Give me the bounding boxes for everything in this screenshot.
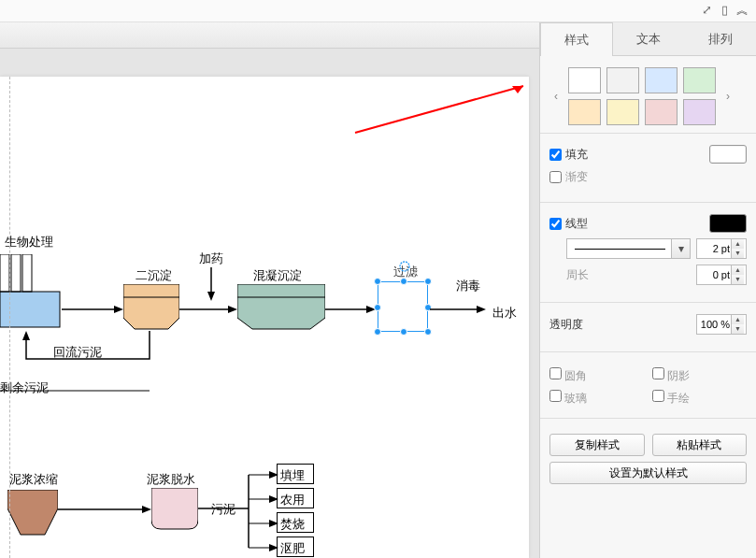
fill-checkbox[interactable] bbox=[549, 149, 562, 161]
arrow-dose bbox=[206, 267, 217, 301]
shape-dewater[interactable] bbox=[151, 488, 198, 531]
opacity-input[interactable]: ▲▼ bbox=[696, 314, 747, 335]
swatch-yellow[interactable] bbox=[606, 99, 639, 125]
canvas-area[interactable]: 生物处理 二沉淀 加药 混凝沉淀 过滤 消毒 出水 回流污泥 剩余污泥 bbox=[0, 22, 540, 558]
perimeter-label: 周长 bbox=[566, 267, 589, 283]
svg-point-16 bbox=[400, 262, 409, 271]
arrow-thicken-to-dewater bbox=[58, 504, 151, 515]
node-label-bio: 生物处理 bbox=[5, 234, 53, 250]
line-width-field[interactable] bbox=[697, 243, 731, 254]
node-label-dewater: 泥浆脱水 bbox=[147, 471, 195, 488]
format-panel: 样式 文本 排列 ‹ › bbox=[540, 22, 756, 558]
annotation-arrow bbox=[346, 77, 533, 142]
drawing-page[interactable]: 生物处理 二沉淀 加药 混凝沉淀 过滤 消毒 出水 回流污泥 剩余污泥 bbox=[0, 77, 529, 558]
svg-marker-1 bbox=[512, 86, 523, 93]
rotate-handle-icon[interactable] bbox=[398, 260, 411, 273]
svg-marker-19 bbox=[22, 331, 30, 340]
swatch-pink[interactable] bbox=[645, 99, 678, 125]
edge-return-sludge bbox=[19, 331, 155, 372]
window-toolbar: ⤢ ▯ ︽ bbox=[0, 0, 756, 22]
style-swatches bbox=[563, 67, 721, 125]
rounded-checkbox[interactable] bbox=[549, 367, 562, 379]
fill-checkbox-label[interactable]: 填充 bbox=[549, 147, 588, 163]
box-farm[interactable] bbox=[277, 488, 314, 508]
svg-rect-5 bbox=[22, 254, 32, 292]
swatch-white[interactable] bbox=[568, 67, 601, 93]
node-label-disinfect: 消毒 bbox=[456, 278, 480, 294]
spin-up-icon[interactable]: ▲ bbox=[732, 239, 744, 249]
copy-style-button[interactable]: 复制样式 bbox=[549, 434, 645, 456]
edge-excess-sludge bbox=[0, 385, 151, 396]
svg-marker-10 bbox=[207, 292, 215, 301]
svg-marker-23 bbox=[142, 506, 151, 513]
arrow-sed-to-coag bbox=[179, 304, 237, 315]
spin-down-icon[interactable]: ▼ bbox=[732, 249, 744, 258]
node-label-sed2: 二沉淀 bbox=[136, 267, 172, 284]
shape-coag[interactable] bbox=[237, 284, 325, 331]
node-label-thicken: 泥浆浓缩 bbox=[9, 471, 58, 488]
shadow-checkbox[interactable] bbox=[652, 367, 664, 379]
node-label-coag: 混凝沉淀 bbox=[253, 267, 302, 284]
svg-marker-18 bbox=[477, 306, 486, 313]
shadow-checkbox-label[interactable]: 阴影 bbox=[652, 367, 748, 384]
rounded-checkbox-label[interactable]: 圆角 bbox=[549, 367, 645, 384]
gradient-checkbox-label[interactable]: 渐变 bbox=[549, 169, 588, 185]
swatch-green[interactable] bbox=[683, 67, 716, 93]
svg-rect-4 bbox=[11, 254, 21, 292]
tab-arrange[interactable]: 排列 bbox=[685, 22, 756, 56]
box-incinerate[interactable] bbox=[277, 512, 314, 533]
arrow-filter-to-out bbox=[430, 304, 486, 315]
swatch-purple[interactable] bbox=[683, 99, 716, 125]
sketch-checkbox[interactable] bbox=[652, 390, 664, 402]
canvas-toolbar bbox=[0, 22, 539, 49]
spin-down-icon[interactable]: ▼ bbox=[732, 324, 744, 334]
swatch-next-button[interactable]: › bbox=[721, 90, 735, 103]
arrow-bio-to-sed bbox=[62, 304, 123, 315]
expand-icon[interactable]: ⤢ bbox=[702, 0, 712, 21]
glass-checkbox[interactable] bbox=[549, 390, 562, 402]
swatch-grey[interactable] bbox=[606, 67, 639, 93]
line-width-input[interactable]: ▲▼ bbox=[696, 238, 747, 259]
node-label-effluent: 出水 bbox=[492, 305, 517, 322]
spin-up-icon[interactable]: ▲ bbox=[732, 265, 744, 275]
sketch-checkbox-label[interactable]: 手绘 bbox=[652, 390, 748, 407]
tab-text[interactable]: 文本 bbox=[613, 22, 684, 56]
set-default-style-button[interactable]: 设置为默认样式 bbox=[549, 462, 747, 484]
perimeter-input[interactable]: ▲▼ bbox=[696, 265, 747, 285]
svg-rect-3 bbox=[0, 254, 9, 292]
line-checkbox-label[interactable]: 线型 bbox=[549, 216, 588, 232]
guide-line bbox=[9, 77, 10, 558]
spin-up-icon[interactable]: ▲ bbox=[732, 315, 744, 324]
paste-style-button[interactable]: 粘贴样式 bbox=[652, 434, 748, 456]
arrow-coag-to-filter bbox=[325, 304, 376, 315]
shape-sed2[interactable] bbox=[123, 284, 179, 331]
node-label-dose: 加药 bbox=[199, 250, 223, 267]
line-checkbox[interactable] bbox=[549, 218, 562, 230]
gradient-checkbox[interactable] bbox=[549, 171, 562, 183]
box-landfill[interactable] bbox=[277, 464, 314, 484]
perimeter-field[interactable] bbox=[697, 269, 731, 280]
glass-checkbox-label[interactable]: 玻璃 bbox=[549, 390, 645, 407]
collapse-icon[interactable]: ︽ bbox=[736, 0, 749, 21]
line-style-select[interactable]: ▾ bbox=[566, 238, 691, 259]
line-color-well[interactable] bbox=[709, 214, 747, 233]
svg-marker-12 bbox=[228, 306, 237, 313]
selected-shape[interactable] bbox=[378, 281, 428, 332]
fill-color-well[interactable] bbox=[709, 145, 747, 164]
opacity-label: 透明度 bbox=[549, 317, 583, 333]
tab-style[interactable]: 样式 bbox=[540, 22, 613, 56]
panel-toggle-icon[interactable]: ▯ bbox=[721, 0, 728, 21]
panel-tabs: 样式 文本 排列 bbox=[540, 22, 756, 56]
svg-marker-7 bbox=[114, 306, 123, 313]
spin-down-icon[interactable]: ▼ bbox=[732, 275, 744, 284]
swatch-prev-button[interactable]: ‹ bbox=[549, 90, 563, 103]
shape-thicken[interactable] bbox=[7, 490, 58, 537]
swatch-blue[interactable] bbox=[645, 67, 678, 93]
box-fertilizer[interactable] bbox=[277, 537, 314, 557]
arrow-branch bbox=[198, 467, 278, 557]
swatch-orange[interactable] bbox=[568, 99, 601, 125]
svg-line-0 bbox=[355, 86, 523, 133]
opacity-field[interactable] bbox=[697, 319, 731, 330]
